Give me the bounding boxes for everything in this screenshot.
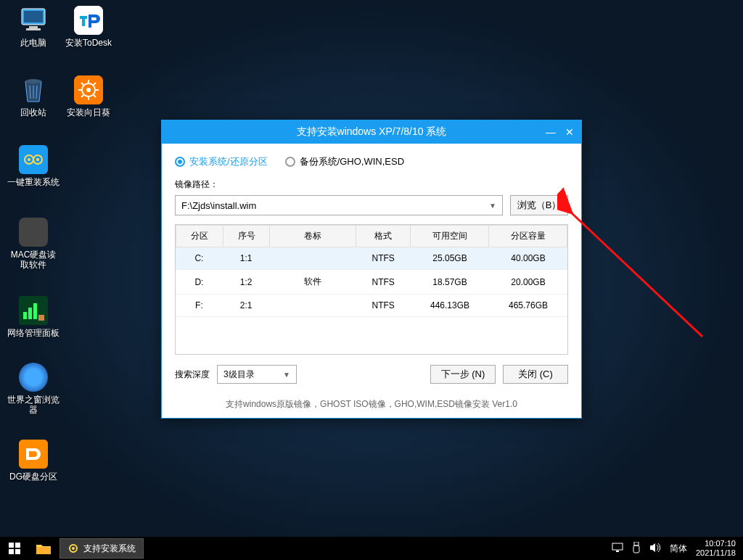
col-seq: 序号 xyxy=(223,226,270,247)
tray-ime[interactable]: 简体 xyxy=(670,543,687,555)
footer-text: 支持windows原版镜像，GHOST ISO镜像，GHO,WIM,ESD镜像安… xyxy=(175,392,568,411)
image-path-value: F:\Zjds\install.wim xyxy=(181,200,256,211)
tray-time: 10:07:10 xyxy=(696,539,736,548)
tray-usb-icon[interactable] xyxy=(632,542,641,556)
desktop-icon-label: 此电脑 xyxy=(7,38,59,48)
svg-rect-3 xyxy=(26,28,41,30)
dropdown-icon[interactable]: ▼ xyxy=(489,202,496,210)
desktop-icon-world-browser[interactable]: 世界之窗浏览器 xyxy=(7,363,59,415)
radio-install-restore[interactable]: 安装系统/还原分区 xyxy=(175,155,268,168)
system-tray: 简体 10:07:10 2021/11/18 xyxy=(612,539,743,558)
close-button[interactable]: ✕ xyxy=(561,123,578,141)
svg-rect-2 xyxy=(29,26,38,28)
col-capacity: 分区容量 xyxy=(489,226,567,247)
desktop-icon-label: 世界之窗浏览器 xyxy=(7,395,59,415)
desktop-icon-label: 安装ToDesk xyxy=(62,38,115,48)
radio-label: 备份系统/GHO,WIN,ESD xyxy=(300,155,404,168)
next-button[interactable]: 下一步 (N) xyxy=(430,365,496,384)
table-row[interactable]: F: 2:1 NTFS 446.13GB 465.76GB xyxy=(176,295,567,317)
taskbar-item-label: 支持安装系统 xyxy=(83,543,136,555)
svg-rect-31 xyxy=(9,543,14,548)
start-button[interactable] xyxy=(0,537,29,560)
installer-window: 支持安装windows XP/7/8/10 系统 — ✕ 安装系统/还原分区 备… xyxy=(161,120,582,419)
desktop-icon-label: 一键重装系统 xyxy=(7,177,59,187)
col-partition: 分区 xyxy=(176,226,223,247)
window-title: 支持安装windows XP/7/8/10 系统 xyxy=(297,125,447,139)
partition-table: 分区 序号 卷标 格式 可用空间 分区容量 C: 1:1 NTFS 25.05 xyxy=(175,224,568,355)
svg-rect-17 xyxy=(19,440,48,469)
desktop-icon-reinstall[interactable]: 一键重装系统 xyxy=(7,145,59,187)
svg-point-4 xyxy=(25,79,41,83)
svg-point-37 xyxy=(72,547,75,550)
svg-rect-33 xyxy=(9,549,14,554)
col-free: 可用空间 xyxy=(411,226,489,247)
tray-network-icon[interactable] xyxy=(612,543,623,555)
search-depth-value: 3级目录 xyxy=(223,368,255,381)
table-header-row: 分区 序号 卷标 格式 可用空间 分区容量 xyxy=(176,226,567,247)
table-row[interactable]: C: 1:1 NTFS 25.05GB 40.00GB xyxy=(176,247,567,270)
svg-rect-14 xyxy=(28,308,32,319)
desktop-icon-mac-disk[interactable]: MAC硬盘读取软件 xyxy=(7,218,59,270)
gear-icon xyxy=(67,543,79,554)
desktop-icon-label: 回收站 xyxy=(7,107,59,118)
svg-rect-40 xyxy=(634,542,639,545)
radio-label: 安装系统/还原分区 xyxy=(189,155,268,168)
tray-clock[interactable]: 10:07:10 2021/11/18 xyxy=(696,539,736,558)
desktop-icon-label: DG硬盘分区 xyxy=(7,472,59,482)
desktop-icon-network-panel[interactable]: 网络管理面板 xyxy=(7,296,59,338)
desktop-icon-dg-partition[interactable]: DG硬盘分区 xyxy=(7,440,59,482)
window-titlebar[interactable]: 支持安装windows XP/7/8/10 系统 — ✕ xyxy=(162,120,581,144)
tray-date: 2021/11/18 xyxy=(696,548,736,558)
col-format: 格式 xyxy=(356,226,410,247)
desktop-icon-todesk[interactable]: 安装ToDesk xyxy=(62,6,115,48)
svg-rect-16 xyxy=(38,315,44,321)
radio-icon xyxy=(175,157,185,167)
browse-button[interactable]: 浏览（B） xyxy=(510,195,568,215)
search-depth-select[interactable]: 3级目录 ▼ xyxy=(217,365,297,384)
taskbar-item-installer[interactable]: 支持安装系统 xyxy=(59,538,144,559)
col-volume: 卷标 xyxy=(270,226,356,247)
svg-rect-15 xyxy=(33,303,37,319)
desktop-icon-label: 安装向日葵 xyxy=(62,107,115,118)
radio-backup[interactable]: 备份系统/GHO,WIN,ESD xyxy=(285,155,404,168)
svg-point-10 xyxy=(28,158,30,161)
desktop-icon-label: 网络管理面板 xyxy=(7,328,59,338)
svg-rect-32 xyxy=(15,543,20,548)
svg-rect-34 xyxy=(15,549,20,554)
svg-rect-41 xyxy=(633,545,639,553)
taskbar: 支持安装系统 简体 10:07:10 2021/11/18 xyxy=(0,537,743,560)
desktop-icon-this-pc[interactable]: 此电脑 xyxy=(7,6,59,48)
svg-rect-13 xyxy=(23,312,27,319)
close-window-button[interactable]: 关闭 (C) xyxy=(503,365,568,384)
svg-point-21 xyxy=(86,88,91,92)
svg-point-11 xyxy=(36,158,39,161)
desktop-icon-label: MAC硬盘读取软件 xyxy=(7,250,59,270)
desktop-icon-recycle-bin[interactable]: 回收站 xyxy=(7,75,59,118)
svg-rect-1 xyxy=(24,11,43,22)
taskbar-pinned-explorer[interactable] xyxy=(29,537,58,560)
desktop-icon-sunflower[interactable]: 安装向日葵 xyxy=(62,75,115,118)
dropdown-icon: ▼ xyxy=(283,371,290,379)
image-path-input[interactable]: F:\Zjds\install.wim ▼ xyxy=(175,195,503,215)
svg-rect-39 xyxy=(616,551,619,552)
tray-volume-icon[interactable] xyxy=(649,543,661,555)
svg-rect-35 xyxy=(36,547,51,554)
table-row[interactable]: D: 1:2 软件 NTFS 18.57GB 20.00GB xyxy=(176,270,567,295)
radio-icon xyxy=(285,157,295,167)
search-depth-label: 搜索深度 xyxy=(175,368,210,381)
minimize-button[interactable]: — xyxy=(542,123,559,141)
svg-rect-38 xyxy=(612,543,623,550)
image-path-label: 镜像路径： xyxy=(175,178,568,191)
